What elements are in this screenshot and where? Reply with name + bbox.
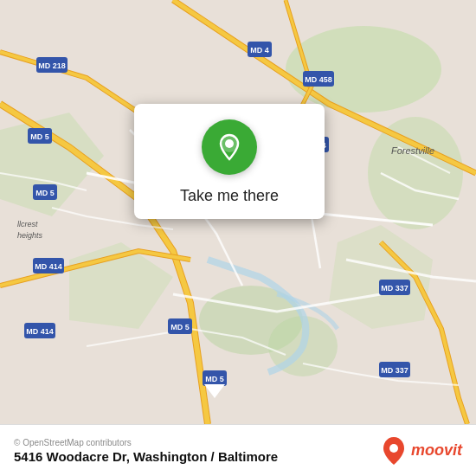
address-text: 5416 Woodacre Dr, Washington / Baltimore: [14, 449, 278, 464]
svg-text:MD 5: MD 5: [170, 323, 190, 331]
location-pin-icon: [215, 132, 244, 162]
svg-text:MD 337: MD 337: [381, 284, 408, 293]
copyright-text: © OpenStreetMap contributors: [14, 438, 278, 447]
location-pin-icon-circle: [202, 119, 257, 175]
svg-text:MD 337: MD 337: [381, 366, 408, 375]
svg-text:llcrest: llcrest: [17, 220, 38, 228]
svg-text:MD 458: MD 458: [305, 75, 332, 84]
footer-bar: © OpenStreetMap contributors 5416 Woodac…: [0, 424, 476, 476]
svg-point-1: [286, 26, 441, 113]
moovit-icon: [381, 435, 407, 466]
svg-text:MD 414: MD 414: [26, 327, 54, 336]
svg-text:MD 5: MD 5: [35, 189, 55, 197]
footer-left: © OpenStreetMap contributors 5416 Woodac…: [14, 438, 278, 464]
popup-card: Take me there: [134, 104, 325, 219]
svg-point-39: [389, 444, 398, 453]
svg-text:MD 5: MD 5: [205, 375, 224, 383]
popup-triangle: [204, 384, 225, 398]
svg-text:Forestville: Forestville: [391, 145, 434, 156]
svg-text:MD 4: MD 4: [250, 46, 269, 55]
moovit-brand-label: moovit: [411, 441, 462, 460]
svg-text:MD 218: MD 218: [38, 61, 66, 70]
map-container: MD 4 MD 218 MD 458 MD 5 MD 4 Forestville…: [0, 0, 476, 424]
moovit-logo[interactable]: moovit: [381, 435, 462, 466]
take-me-there-button[interactable]: Take me there: [180, 187, 279, 205]
svg-text:MD 5: MD 5: [30, 132, 49, 141]
svg-text:MD 414: MD 414: [35, 262, 62, 271]
svg-point-38: [226, 140, 233, 147]
svg-text:heights: heights: [17, 231, 43, 240]
